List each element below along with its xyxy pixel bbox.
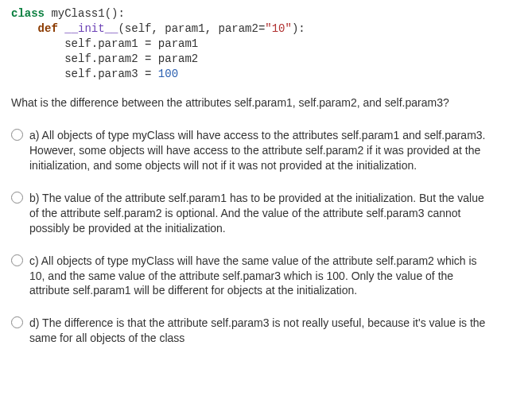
code-text: ):: [292, 22, 305, 35]
code-block: class myClass1(): def __init__(self, par…: [11, 6, 521, 81]
option-b[interactable]: b) The value of the attribute self.param…: [11, 191, 521, 236]
code-text: myClass1():: [45, 7, 125, 20]
keyword-class: class: [11, 7, 45, 20]
option-c-text: c) All objects of type myClass will have…: [29, 254, 489, 299]
code-text: self.param1 = param1: [11, 37, 198, 50]
radio-icon[interactable]: [11, 192, 23, 204]
keyword-def: def: [38, 22, 58, 35]
code-text: (self, param1, param2=: [118, 22, 265, 35]
radio-icon[interactable]: [11, 316, 23, 328]
option-d-text: d) The difference is that the attribute …: [29, 316, 489, 346]
code-text: self.param2 = param2: [11, 52, 198, 65]
string-literal: "10": [265, 22, 292, 35]
code-text: self.param3 =: [11, 68, 158, 80]
option-b-text: b) The value of the attribute self.param…: [29, 191, 489, 236]
option-d[interactable]: d) The difference is that the attribute …: [11, 316, 521, 346]
radio-icon[interactable]: [11, 129, 23, 141]
option-c[interactable]: c) All objects of type myClass will have…: [11, 254, 521, 299]
radio-icon[interactable]: [11, 254, 23, 266]
number-literal: 100: [158, 68, 178, 80]
keyword-init: __init__: [64, 22, 118, 35]
question-text: What is the difference between the attri…: [11, 95, 521, 111]
option-a-text: a) All objects of type myClass will have…: [29, 128, 489, 173]
option-a[interactable]: a) All objects of type myClass will have…: [11, 128, 521, 173]
